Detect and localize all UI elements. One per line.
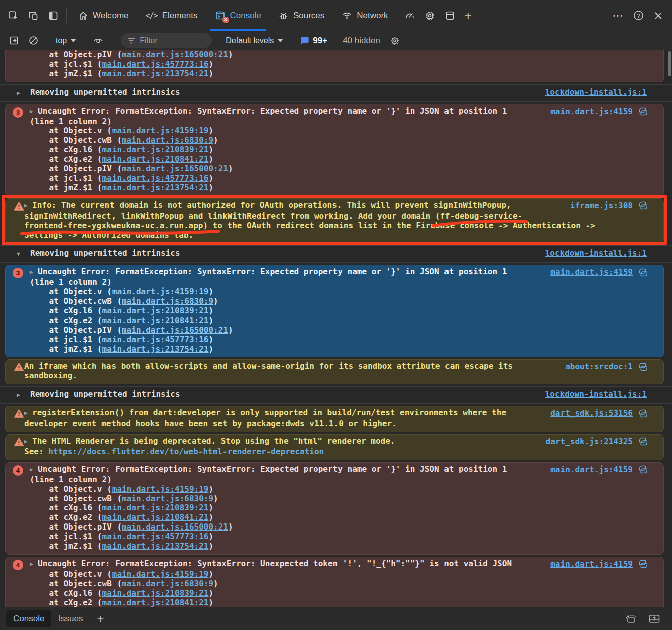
frame-context-selector[interactable]: top (51, 36, 81, 45)
memory-chip-icon[interactable] (420, 0, 440, 31)
source-link[interactable]: dart_sdk.js:53156 (550, 409, 633, 418)
live-expression-eye-icon[interactable] (88, 35, 108, 46)
console-icon: ✕ (215, 10, 226, 21)
bug-icon (278, 10, 289, 21)
source-link[interactable]: main.dart.js:4159 (550, 465, 633, 475)
panel-layout-icon[interactable] (43, 0, 63, 31)
source-link[interactable]: main.dart.js:4159 (550, 107, 633, 117)
sourcemap-icon (636, 437, 647, 446)
source-location: main.dart.js:4159 (550, 465, 647, 475)
message-text: ▶registerExtension() from dart:developer… (24, 408, 506, 429)
stack-frame-link[interactable]: main.dart.js:4159:19 (112, 287, 209, 296)
tab-elements[interactable]: </> Elements (137, 0, 206, 31)
stack-frame-link[interactable]: main.dart.js:165000:21 (122, 325, 228, 335)
stack-frame-link[interactable]: main.dart.js:165000:21 (122, 164, 228, 173)
console-sidebar-toggle-icon[interactable] (4, 35, 24, 46)
add-drawer-tab-icon[interactable]: + (90, 612, 111, 626)
close-icon[interactable] (649, 11, 668, 21)
stack-frame-link[interactable]: main.dart.js:457773:16 (102, 173, 209, 183)
stack-frame-link[interactable]: main.dart.js:213754:21 (102, 344, 209, 354)
source-location: lockdown-install.js:1 (545, 390, 647, 399)
stack-frame-link[interactable]: main.dart.js:457773:16 (102, 59, 209, 69)
messages-count-group[interactable]: 99+ (295, 36, 332, 46)
stack-frame-link[interactable]: main.dart.js:210839:21 (102, 588, 209, 598)
expand-arrow-icon[interactable]: ▶ (24, 437, 32, 447)
expanded-arrow-icon[interactable]: ▼ (17, 250, 30, 259)
collapsed-arrow-icon[interactable]: ▶ (17, 89, 30, 98)
drawer-tab-issues[interactable]: Issues (51, 610, 90, 627)
expand-arrow-icon[interactable]: ▶ (30, 268, 38, 277)
clear-console-icon[interactable] (24, 35, 43, 46)
console-message-warning: An iframe which has both allow-scripts a… (5, 359, 664, 384)
message-text: at Object.pIV (main.dart.js:165000:21) a… (30, 50, 233, 79)
more-options-icon[interactable]: ⋯ (608, 9, 628, 22)
console-message-error: at Object.pIV (main.dart.js:165000:21) a… (5, 50, 664, 82)
tab-network[interactable]: Network (333, 0, 396, 31)
stack-frame-link[interactable]: main.dart.js:165000:21 (122, 50, 228, 59)
stack-frame-link[interactable]: main.dart.js:4159:19 (112, 569, 209, 579)
drawer-tab-console[interactable]: Console (6, 610, 51, 627)
source-link[interactable]: lockdown-install.js:1 (545, 88, 647, 97)
inspect-element-icon[interactable] (3, 0, 23, 31)
add-tab-icon[interactable]: + (460, 0, 476, 31)
source-link[interactable]: dart_sdk.js:214325 (546, 437, 633, 447)
error-count-badge: 4 (13, 465, 23, 476)
expand-arrow-icon[interactable]: ▶ (30, 107, 38, 117)
expand-arrow-icon[interactable]: ▶ (24, 409, 32, 418)
log-levels-selector[interactable]: Default levels (220, 36, 288, 45)
stack-frame-link[interactable]: main.dart.js:6830:9 (122, 494, 213, 503)
expand-arrow-icon[interactable]: ▶ (30, 465, 38, 475)
stack-frame-link[interactable]: main.dart.js:213754:21 (102, 183, 209, 192)
source-link[interactable]: main.dart.js:4159 (550, 560, 633, 569)
stack-frame-link[interactable]: https://docs.flutter.dev/to/web-html-ren… (48, 447, 324, 456)
filter-input[interactable]: Filter (121, 33, 212, 48)
console-settings-gear-icon[interactable] (385, 35, 405, 46)
stack-frame-link[interactable]: main.dart.js:210839:21 (102, 145, 209, 154)
log-message-text: Removing unpermitted intrinsics (30, 87, 180, 97)
tab-console[interactable]: ✕ Console (206, 0, 270, 31)
stack-frame-link[interactable]: main.dart.js:6830:9 (122, 296, 213, 306)
expand-arrow-icon[interactable]: ▶ (30, 560, 38, 569)
footer-right-controls (624, 613, 666, 624)
stack-frame-link[interactable]: main.dart.js:210839:21 (102, 306, 209, 316)
stack-frame-link[interactable]: main.dart.js:210841:21 (102, 512, 209, 522)
message-gutter (6, 50, 30, 51)
stack-frame-link[interactable]: main.dart.js:210841:21 (102, 316, 209, 325)
expand-arrow-icon[interactable]: ▶ (24, 201, 32, 211)
stack-frame-link[interactable]: main.dart.js:210841:21 (102, 598, 209, 607)
device-toolbar-icon[interactable] (23, 0, 43, 31)
sourcemap-icon (636, 201, 647, 211)
stack-frame-link[interactable]: main.dart.js:210839:21 (102, 503, 209, 512)
source-location: about:srcdoc:1 (565, 362, 647, 372)
stack-frame-link[interactable]: main.dart.js:213754:21 (102, 541, 209, 551)
stack-frame-link[interactable]: main.dart.js:4159:19 (112, 484, 209, 494)
source-link[interactable]: lockdown-install.js:1 (545, 249, 647, 258)
dock-panel-icon[interactable] (648, 613, 661, 624)
console-message-warning: ▶Info: The current domain is not authori… (5, 198, 664, 244)
stack-frame-link[interactable]: main.dart.js:213754:21 (102, 69, 209, 78)
stack-frame-link[interactable]: main.dart.js:210841:21 (102, 154, 209, 164)
source-link[interactable]: main.dart.js:4159 (550, 268, 633, 277)
tab-welcome[interactable]: Welcome (70, 0, 137, 31)
stack-frame-link[interactable]: main.dart.js:457773:16 (102, 335, 209, 344)
source-location: iframe.js:308 (570, 201, 647, 211)
source-link[interactable]: lockdown-install.js:1 (545, 390, 647, 399)
stack-frame-link[interactable]: main.dart.js:165000:21 (122, 522, 228, 532)
tab-label: Console (230, 11, 261, 21)
stack-frame-link[interactable]: main.dart.js:6830:9 (122, 579, 213, 588)
rotate-device-icon[interactable] (624, 613, 637, 624)
performance-icon[interactable] (400, 0, 420, 31)
stack-frame-link[interactable]: main.dart.js:457773:16 (102, 532, 209, 541)
tab-sources[interactable]: Sources (270, 0, 333, 31)
source-link[interactable]: about:srcdoc:1 (565, 362, 633, 372)
scrollbar-thumb[interactable] (668, 51, 671, 76)
stack-frame-link[interactable]: main.dart.js:6830:9 (122, 135, 213, 145)
help-icon[interactable]: ? (628, 10, 649, 21)
stack-frame-link[interactable]: main.dart.js:4159:19 (112, 126, 209, 135)
source-link[interactable]: iframe.js:308 (570, 201, 633, 211)
devtools-window: Welcome </> Elements ✕ Console (0, 0, 672, 630)
message-gutter (6, 437, 24, 446)
annotated-message-wrapper: ▶Info: The current domain is not authori… (5, 198, 664, 244)
application-icon[interactable] (440, 0, 460, 31)
collapsed-arrow-icon[interactable]: ▶ (17, 391, 30, 400)
